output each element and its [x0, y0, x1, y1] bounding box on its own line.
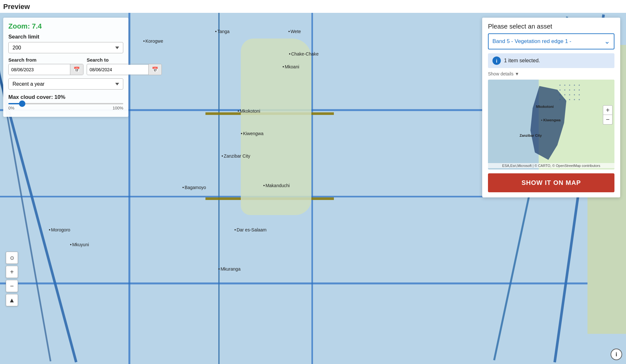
- search-from-label: Search from: [8, 57, 83, 63]
- info-button-bottom-right[interactable]: i: [611, 349, 622, 360]
- zoom-label: Zoom: 7.4: [8, 22, 123, 30]
- map-city-label: Tanga: [215, 29, 230, 34]
- map-city-label: Bagamoyo: [182, 185, 206, 190]
- info-icon: i: [615, 351, 617, 358]
- map-city-label: Mkoani: [283, 64, 299, 69]
- mini-map-attribution: ESA,Esri,Microsoft | © CARTO, © OpenStre…: [488, 163, 614, 168]
- show-on-map-button[interactable]: SHOW IT ON MAP: [488, 173, 614, 192]
- right-panel-header: Please select an asset: [482, 18, 620, 33]
- mini-map: + − Mkokotoni • Kiwengwa Zanzibar City E…: [488, 80, 614, 169]
- locate-button[interactable]: ⊙: [6, 252, 18, 264]
- search-from-group: Search from 📅: [8, 57, 83, 75]
- left-panel: Zoom: 7.4 Search limit 200 100 500 Searc…: [3, 18, 128, 117]
- map-city-label: Makanduchi: [263, 183, 290, 188]
- page-title: Preview: [3, 3, 30, 11]
- map-grid-line: [311, 13, 313, 364]
- map-city-label: Morogoro: [49, 227, 70, 232]
- map-city-label: Dar es-Salaam: [234, 227, 266, 232]
- mini-map-content: + − Mkokotoni • Kiwengwa Zanzibar City E…: [488, 80, 614, 169]
- date-row: Search from 📅 Search to 📅: [8, 57, 123, 75]
- mini-map-zoom-out-button[interactable]: −: [603, 115, 613, 125]
- show-details-link[interactable]: Show details ▼: [488, 71, 614, 76]
- period-select[interactable]: Recent a year Last month Custom: [8, 78, 123, 90]
- show-details-chevron-icon: ▼: [515, 71, 519, 76]
- search-to-label: Search to: [87, 57, 162, 63]
- search-to-input-wrap: 📅: [87, 64, 162, 75]
- map-city-label: Korogwe: [143, 39, 163, 44]
- map-city-label: Mkuranga: [218, 266, 240, 272]
- zoom-in-button[interactable]: +: [6, 266, 18, 278]
- search-limit-select[interactable]: 200 100 500: [8, 42, 123, 53]
- search-limit-label: Search limit: [8, 34, 123, 40]
- map-city-label: Zanzibar City: [222, 153, 250, 159]
- asset-select-text: Band 5 - Vegetation red edge 1 -: [492, 38, 604, 45]
- asset-select[interactable]: Band 5 - Vegetation red edge 1 - ⌄: [488, 33, 614, 49]
- zoom-out-button[interactable]: −: [6, 280, 18, 292]
- map-city-label: Chake-Chake: [289, 51, 319, 56]
- right-panel: Please select an asset Band 5 - Vegetati…: [482, 18, 620, 197]
- map-grid-line: [218, 13, 220, 364]
- map-land-zanzibar: [241, 39, 311, 215]
- map-grid-line: [0, 282, 626, 284]
- compass-button[interactable]: ▲: [6, 294, 18, 306]
- calendar-to-icon[interactable]: 📅: [148, 64, 161, 75]
- search-to-input[interactable]: [87, 65, 148, 74]
- mini-map-city-mkokotoni: Mkokotoni: [536, 105, 554, 108]
- show-details-label: Show details: [488, 71, 513, 76]
- info-circle-icon: i: [492, 56, 501, 65]
- search-from-input-wrap: 📅: [8, 64, 83, 75]
- cloud-slider-wrap: 0% 100%: [8, 103, 123, 112]
- cloud-cover-label: Max cloud cover: 10%: [8, 94, 123, 100]
- info-banner-text: 1 item selected.: [504, 58, 540, 64]
- map-city-label: Wete: [288, 29, 301, 34]
- mini-map-city-kiwengwa: • Kiwengwa: [541, 118, 561, 122]
- map-city-label: Mkuyuni: [70, 242, 89, 247]
- search-from-input[interactable]: [9, 65, 70, 74]
- mini-map-city-zanzibar: Zanzibar City: [520, 134, 542, 137]
- map-city-label: Mkokotoni: [238, 108, 260, 114]
- asset-select-chevron-icon: ⌄: [604, 37, 610, 46]
- mini-map-zoom-in-button[interactable]: +: [603, 105, 613, 115]
- map-city-label: Kiwengwa: [241, 131, 264, 136]
- info-banner: i 1 item selected.: [488, 53, 614, 68]
- map-controls: ⊙ + − ▲: [6, 252, 18, 306]
- mini-map-dots: [558, 83, 583, 102]
- calendar-from-icon[interactable]: 📅: [70, 64, 83, 75]
- search-to-group: Search to 📅: [87, 57, 162, 75]
